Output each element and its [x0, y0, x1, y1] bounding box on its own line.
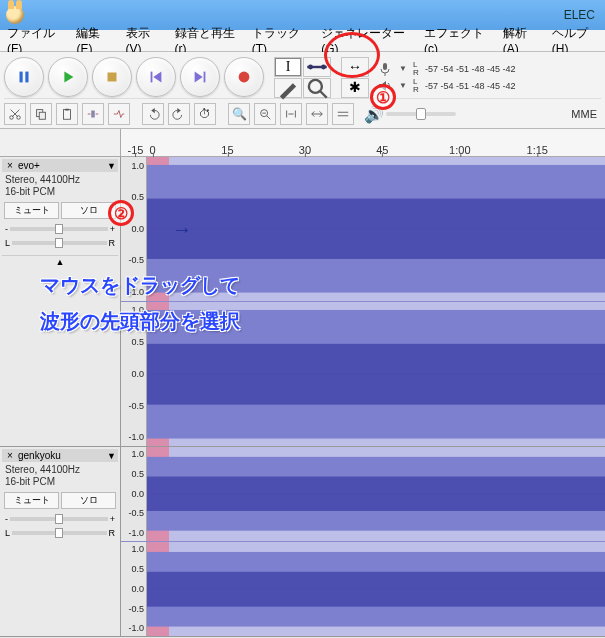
svg-marker-27 — [177, 108, 181, 113]
svg-line-13 — [320, 91, 327, 98]
tick: 45 — [376, 144, 388, 156]
fit-project-button[interactable] — [306, 103, 328, 125]
zoom-tool[interactable] — [303, 78, 331, 98]
spk-meter-scale[interactable]: -57 -54 -51 -48 -45 -42 — [425, 81, 516, 91]
svg-marker-7 — [195, 72, 203, 83]
gain-plus: + — [110, 514, 115, 524]
mic-icon[interactable] — [377, 61, 393, 77]
tool-palette: I — [274, 57, 331, 98]
stop-button[interactable] — [92, 57, 132, 97]
svg-point-11 — [321, 64, 326, 69]
mic-dropdown-icon[interactable]: ▼ — [395, 61, 411, 77]
track-2-format: Stereo, 44100Hz 16-bit PCM — [2, 462, 118, 490]
cut-button[interactable] — [4, 103, 26, 125]
track-1-solo[interactable]: ソロ — [61, 202, 116, 219]
svg-point-12 — [309, 79, 322, 92]
tool-palette-2: ↔ ✱ — [341, 57, 369, 98]
speaker-icon[interactable] — [377, 78, 393, 94]
copy-button[interactable] — [30, 103, 52, 125]
track-1-axis-R: 1.0 0.5 0.0 -0.5 -1.0 — [121, 302, 147, 447]
track-1-pan-slider[interactable] — [12, 241, 106, 245]
zoom-out-button[interactable] — [254, 103, 276, 125]
svg-rect-3 — [108, 73, 117, 82]
timeshift-tool[interactable]: ↔ — [341, 57, 369, 77]
svg-rect-22 — [39, 112, 45, 119]
track-1-gain-slider[interactable] — [10, 227, 108, 231]
svg-marker-26 — [151, 108, 155, 113]
selection-tool[interactable]: I — [274, 57, 302, 77]
gain-minus: - — [5, 514, 8, 524]
track-2-axis-R: 1.0 0.5 0.0 -0.5 -1.0 — [121, 542, 147, 637]
skip-start-button[interactable] — [136, 57, 176, 97]
pan-l: L — [5, 528, 10, 538]
track-1-controls: × evo+ ▼ Stereo, 44100Hz 16-bit PCM ミュート… — [0, 157, 121, 447]
svg-rect-14 — [383, 63, 387, 70]
track-2: × genkyoku ▼ Stereo, 44100Hz 16-bit PCM … — [0, 447, 605, 637]
track-1: × evo+ ▼ Stereo, 44100Hz 16-bit PCM ミュート… — [0, 157, 605, 447]
track-2-name[interactable]: genkyoku — [16, 450, 107, 461]
pause-button[interactable] — [4, 57, 44, 97]
track-1-close[interactable]: × — [4, 160, 16, 171]
svg-rect-1 — [25, 72, 28, 83]
play-button[interactable] — [48, 57, 88, 97]
tick: 1:00 — [449, 144, 470, 156]
paste-button[interactable] — [56, 103, 78, 125]
sync-lock-button[interactable]: ⏱ — [194, 103, 216, 125]
tick: 1:15 — [527, 144, 548, 156]
fit-selection-button[interactable] — [280, 103, 302, 125]
toolbar-area: I ↔ ✱ ▼ LR -57 -54 -51 -48 -45 -42 ▼ LR … — [0, 52, 605, 129]
track-2-gain-slider[interactable] — [10, 517, 108, 521]
tick: -15 — [128, 144, 144, 156]
track-2-close[interactable]: × — [4, 450, 16, 461]
svg-marker-16 — [379, 81, 386, 91]
silence-button[interactable] — [108, 103, 130, 125]
svg-point-8 — [239, 72, 250, 83]
svg-marker-2 — [64, 72, 73, 83]
track-2-axis-L: 1.0 0.5 0.0 -0.5 -1.0 — [121, 447, 147, 541]
tick: 15 — [221, 144, 233, 156]
track-2-pan-slider[interactable] — [12, 531, 106, 535]
track-1-collapse[interactable]: ▲ — [2, 255, 118, 268]
redo-button[interactable] — [168, 103, 190, 125]
track-1-mute[interactable]: ミュート — [4, 202, 59, 219]
playback-volume-slider[interactable] — [386, 112, 456, 116]
waveform-L-icon — [147, 447, 605, 541]
track-2-solo[interactable]: ソロ — [61, 492, 116, 509]
track-1-menu[interactable]: ▼ — [107, 161, 116, 171]
track-1-name[interactable]: evo+ — [16, 160, 107, 171]
svg-rect-4 — [151, 72, 153, 83]
trim-button[interactable] — [82, 103, 104, 125]
zoom-toggle-button[interactable] — [332, 103, 354, 125]
skip-end-button[interactable] — [180, 57, 220, 97]
mic-meter-scale[interactable]: -57 -54 -51 -48 -45 -42 — [425, 64, 516, 74]
track-2-menu[interactable]: ▼ — [107, 451, 116, 461]
track-2-waveform[interactable]: 1.0 0.5 0.0 -0.5 -1.0 1.0 0.5 0.0 -0.5 -… — [121, 447, 605, 637]
tick: 30 — [299, 144, 311, 156]
svg-rect-6 — [204, 72, 206, 83]
tick: 0 — [149, 144, 155, 156]
timeline-ruler-area: -15 0 15 30 45 1:00 1:15 — [0, 129, 605, 157]
track-2-controls: × genkyoku ▼ Stereo, 44100Hz 16-bit PCM … — [0, 447, 121, 637]
undo-button[interactable] — [142, 103, 164, 125]
record-button[interactable] — [224, 57, 264, 97]
svg-rect-24 — [65, 109, 69, 111]
draw-tool[interactable] — [274, 78, 302, 98]
pan-r: R — [109, 238, 116, 248]
speaker-dropdown-icon[interactable]: ▼ — [395, 78, 411, 94]
meter-block: ▼ LR -57 -54 -51 -48 -45 -42 ▼ LR -57 -5… — [377, 61, 516, 94]
gain-plus: + — [110, 224, 115, 234]
waveform-R-icon — [147, 542, 605, 637]
app-logo-icon — [6, 6, 24, 24]
timeline-ruler[interactable]: -15 0 15 30 45 1:00 1:15 — [121, 129, 605, 157]
multi-tool[interactable]: ✱ — [341, 78, 369, 98]
envelope-tool[interactable] — [303, 57, 331, 77]
waveform-L-icon — [147, 157, 605, 301]
menu-bar: ファイル(F) 編集(E) 表示(V) 録音と再生(r) トラック(T) ジェネ… — [0, 30, 605, 52]
track-2-mute[interactable]: ミュート — [4, 492, 59, 509]
zoom-in-button[interactable]: 🔍 — [228, 103, 250, 125]
svg-line-30 — [267, 116, 271, 120]
svg-rect-0 — [20, 72, 23, 83]
audio-host-label[interactable]: MME — [567, 108, 601, 120]
track-1-waveform[interactable]: 1.0 0.5 0.0 -0.5 -1.0 1.0 0.5 0.0 -0.5 -… — [121, 157, 605, 447]
mic-R-label: R — [413, 69, 423, 77]
